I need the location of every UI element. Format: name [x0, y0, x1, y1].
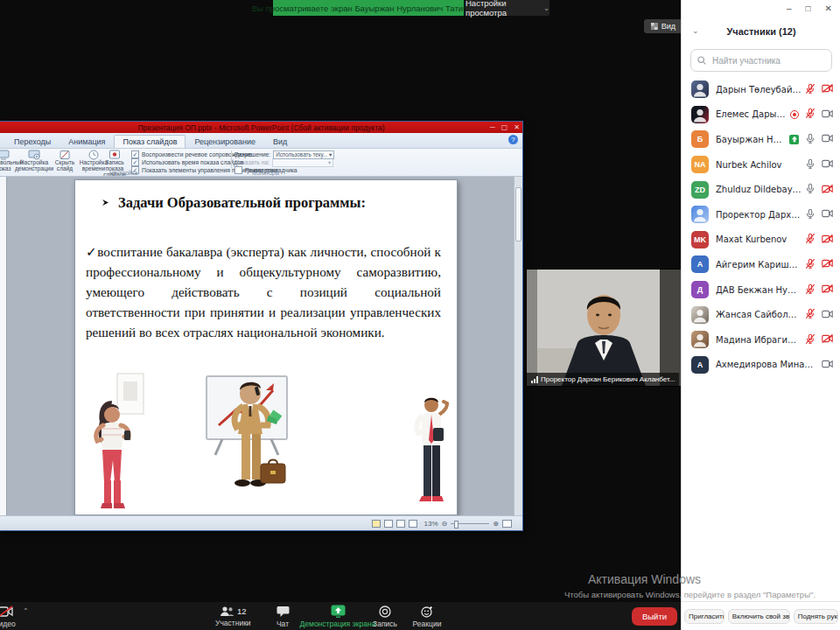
record-icon	[379, 606, 391, 618]
video-options-chevron[interactable]: ⌃	[23, 607, 29, 615]
participant-row[interactable]: Д ДАВ Бекжан Нуркадамұлы	[682, 277, 840, 303]
recording-icon	[790, 110, 799, 119]
use-timings-checkbox[interactable]: ✓ Использовать время показа слайдов	[131, 158, 234, 166]
slide-thumbnails-pane[interactable]	[0, 177, 7, 516]
view-button[interactable]: Вид	[644, 19, 682, 33]
participant-row[interactable]: Мадина Ибрагимова (УиА)	[682, 327, 840, 353]
mic-icon[interactable]	[805, 183, 816, 196]
participant-row[interactable]: Проректор Дархан Берикович ...	[682, 202, 840, 228]
participant-row[interactable]: ZD Zhulduz Dildebayeva	[682, 177, 840, 202]
vertical-scrollbar[interactable]	[514, 177, 522, 516]
normal-view-icon[interactable]	[372, 520, 381, 528]
panel-close-icon[interactable]: ✕	[825, 4, 832, 13]
camera-icon[interactable]	[822, 209, 833, 220]
reading-view-icon[interactable]	[396, 520, 405, 528]
ppt-maximize-icon[interactable]: ▢	[501, 122, 508, 132]
video-camera-icon	[0, 606, 13, 618]
mic-icon[interactable]	[805, 83, 816, 96]
mic-icon[interactable]	[805, 133, 816, 146]
reactions-button[interactable]: Реакции	[406, 606, 448, 628]
participant-avatar: MK	[691, 231, 709, 248]
camera-icon[interactable]	[822, 360, 833, 370]
ppt-status-bar: 13% ⊖ ⊕	[0, 515, 522, 530]
windows-activation-watermark-line2: Чтобы активировать Windows, перейдите в …	[564, 590, 816, 599]
tab-slideshow[interactable]: Показ слайдов	[114, 135, 186, 148]
mic-icon[interactable]	[805, 208, 816, 221]
show-on-combo[interactable]: ▾	[272, 158, 333, 167]
participant-avatar	[691, 206, 709, 223]
camera-icon[interactable]	[822, 234, 833, 245]
camera-icon[interactable]	[822, 134, 833, 144]
participant-name: Nurbek Achilov	[716, 160, 802, 170]
participant-row[interactable]: NA Nurbek Achilov	[682, 152, 840, 178]
search-input[interactable]	[710, 55, 825, 66]
mic-icon[interactable]	[805, 308, 816, 321]
powerpoint-window-title: Презентация ОП.pptx - Microsoft PowerPoi…	[137, 123, 384, 132]
tab-transitions[interactable]: Переходы	[5, 135, 60, 148]
camera-icon[interactable]	[822, 109, 833, 120]
record-button[interactable]: Запись	[366, 606, 404, 628]
panel-minimize-icon[interactable]: –	[787, 4, 792, 13]
video-overlay[interactable]: Проректор Дархан Берикович Акланбет...	[526, 269, 682, 387]
zoom-out-icon[interactable]: ⊖	[442, 520, 448, 528]
zoom-in-icon[interactable]: ⊕	[493, 520, 499, 528]
camera-icon[interactable]	[822, 159, 833, 170]
businessman-illustration	[205, 371, 301, 511]
hide-slide-button[interactable]: Скрыть слайд	[52, 150, 77, 169]
participant-row[interactable]: MK Maxat Kurbenov	[682, 228, 840, 253]
ppt-close-icon[interactable]: ✕	[514, 122, 520, 132]
title-bullet-icon	[102, 198, 111, 207]
camera-icon[interactable]	[822, 334, 833, 345]
view-settings-button[interactable]: Настройки просмотра ⌄	[466, 0, 550, 16]
mic-icon[interactable]	[805, 258, 816, 271]
chat-button[interactable]: Чат	[268, 606, 298, 628]
play-narrations-checkbox[interactable]: ✓ Воспроизвести речевое сопровождение	[131, 150, 234, 158]
participant-name: Дарын Төлеубай (Я)	[716, 85, 802, 94]
camera-icon[interactable]	[822, 84, 833, 94]
participant-name: Ахмедиярова Минаш Валиахметовна	[716, 360, 818, 369]
leave-button[interactable]: Выйти	[632, 607, 677, 626]
tab-review[interactable]: Рецензирование	[186, 135, 264, 148]
ppt-minimize-icon[interactable]: ─	[490, 122, 495, 132]
participant-row[interactable]: Б Бауыржан Нурланович Тати...	[682, 127, 840, 152]
fit-to-window-icon[interactable]	[502, 520, 512, 528]
participants-button[interactable]: 12 Участники	[215, 606, 251, 627]
search-box[interactable]	[690, 49, 832, 72]
participant-avatar	[691, 306, 709, 324]
panel-maximize-icon[interactable]: □	[806, 4, 811, 13]
tab-animation[interactable]: Анимация	[60, 135, 114, 148]
camera-icon[interactable]	[822, 310, 833, 320]
mic-icon[interactable]	[805, 284, 816, 297]
participant-row[interactable]: Жансая Сайболатова	[682, 302, 840, 327]
participant-row[interactable]: Елемес Дары... (Организатор)	[682, 102, 840, 128]
slide-canvas: Задачи Образовательной программы: ✓воспи…	[0, 177, 522, 516]
setup-slideshow-button[interactable]: Настройка демонстрации	[18, 150, 51, 169]
invite-button[interactable]: Пригласить	[684, 609, 724, 624]
powerpoint-titlebar[interactable]: Презентация ОП.pptx - Microsoft PowerPoi…	[0, 122, 522, 133]
participant-row[interactable]: А Айгерим Каришалова	[682, 252, 840, 277]
participants-panel-title: Участники (12)	[682, 23, 840, 40]
slide-title: Задачи Образовательной программы:	[102, 194, 446, 212]
record-slideshow-button[interactable]: Запись показа слайдов	[98, 150, 131, 169]
screen-share-badge-icon	[789, 135, 799, 144]
help-icon[interactable]: ?	[508, 135, 518, 144]
participant-avatar	[691, 331, 709, 348]
video-button[interactable]: видео	[0, 606, 16, 628]
participant-row[interactable]: Дарын Төлеубай (Я)	[682, 77, 840, 102]
unmute-button[interactable]: Включить свой звук	[728, 609, 790, 624]
camera-icon[interactable]	[822, 185, 833, 195]
tab-view[interactable]: Вид	[264, 135, 296, 148]
slideshow-view-icon[interactable]	[409, 520, 417, 528]
zoom-slider[interactable]	[451, 523, 489, 524]
camera-icon[interactable]	[822, 284, 833, 295]
mic-icon[interactable]	[805, 108, 816, 121]
mic-icon[interactable]	[805, 333, 816, 346]
slide-sorter-view-icon[interactable]	[384, 520, 393, 528]
camera-icon[interactable]	[822, 259, 833, 270]
raise-hand-button[interactable]: Поднять руку	[794, 609, 838, 624]
participant-row[interactable]: А Ахмедиярова Минаш Валиахметовна	[682, 353, 840, 378]
mic-icon[interactable]	[805, 158, 816, 172]
chevron-down-icon: ⌄	[543, 4, 550, 12]
mic-icon[interactable]	[805, 233, 816, 246]
show-media-controls-checkbox[interactable]: ✓ Показать элементы управления проигрыва…	[131, 166, 234, 174]
